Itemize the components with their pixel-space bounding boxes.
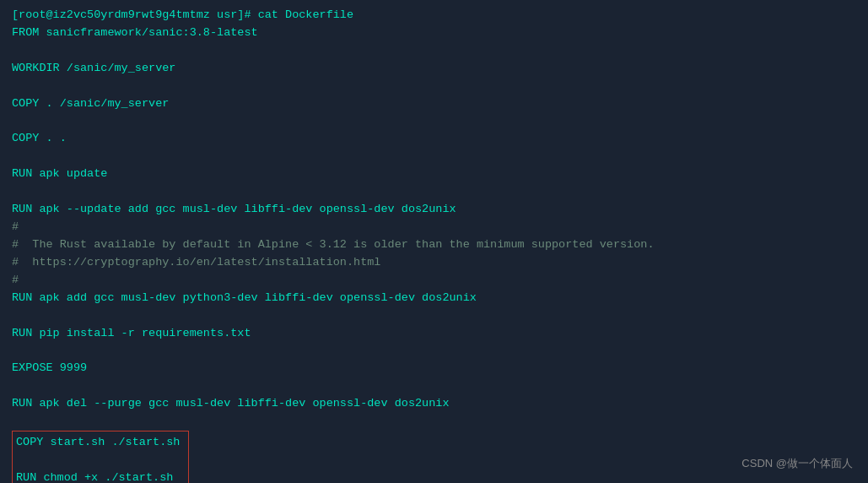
terminal-line: FROM sanicframework/sanic:3.8-latest [12, 24, 856, 42]
terminal-line [12, 377, 856, 395]
terminal-line: COPY . . [12, 130, 856, 148]
terminal-line: # [12, 272, 856, 290]
highlight-line-3: RUN chmod +x ./start.sh [16, 469, 180, 483]
highlighted-block-wrapper: COPY start.sh ./start.sh RUN chmod +x ./… [12, 431, 856, 483]
terminal-line [12, 42, 856, 60]
terminal-line: # [12, 219, 856, 236]
terminal-line: RUN apk update [12, 166, 856, 183]
terminal-lines: FROM sanicframework/sanic:3.8-latestWORK… [12, 24, 856, 431]
terminal-line: # The Rust available by default in Alpin… [12, 236, 856, 254]
terminal-line [12, 113, 856, 131]
terminal-line [12, 183, 856, 201]
terminal-line: EXPOSE 9999 [12, 360, 856, 377]
watermark: CSDN @做一个体面人 [741, 456, 853, 471]
highlight-line-2 [16, 452, 180, 469]
terminal-line: COPY . /sanic/my_server [12, 95, 856, 113]
terminal-line [12, 78, 856, 95]
terminal-line [12, 307, 856, 325]
terminal-line [12, 148, 856, 166]
terminal-window: [root@iz2vc50yrdm9rwt9g4tmtmz usr]# cat … [0, 0, 868, 483]
terminal-line: RUN apk --update add gcc musl-dev libffi… [12, 201, 856, 219]
terminal-line: RUN apk del --purge gcc musl-dev libffi-… [12, 395, 856, 413]
terminal-line [12, 343, 856, 361]
highlight-line-1: COPY start.sh ./start.sh [16, 434, 180, 452]
terminal-line [12, 413, 856, 431]
terminal-line: # https://cryptography.io/en/latest/inst… [12, 254, 856, 272]
terminal-line: WORKDIR /sanic/my_server [12, 60, 856, 78]
terminal-line: RUN pip install -r requirements.txt [12, 325, 856, 343]
terminal-line: RUN apk add gcc musl-dev python3-dev lib… [12, 290, 856, 307]
prompt-line: [root@iz2vc50yrdm9rwt9g4tmtmz usr]# cat … [12, 7, 856, 24]
